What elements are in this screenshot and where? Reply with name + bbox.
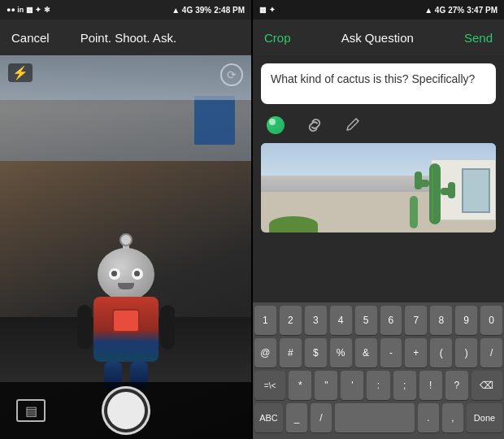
key-period[interactable]: . [418,403,439,432]
link-button[interactable] [303,114,326,137]
shutter-button[interactable] [102,386,150,435]
key-question[interactable]: ? [445,371,468,400]
key-ampersand[interactable]: & [355,338,377,367]
key-7[interactable]: 7 [405,306,427,335]
left-panel: ●● in ▦ ✦ ✻ ▲ 4G 39% 2:48 PM Cancel Poin… [0,0,251,439]
camera-bottom-bar [0,382,251,439]
svg-rect-0 [429,163,441,224]
key-2[interactable]: 2 [280,306,302,335]
camera-flip-button[interactable] [220,63,243,86]
circle-icon [267,116,285,134]
key-percent[interactable]: % [330,338,352,367]
keyboard-row-numbers: 1 2 3 4 5 6 7 8 9 0 [254,306,502,335]
grass [269,216,318,233]
svg-rect-4 [448,182,455,198]
flash-badge[interactable]: ⚡ [8,63,33,82]
keyboard-row-symbols1: @ # $ % & - + ( ) / [254,338,502,367]
right-nav-bar: Crop Ask Question Send [253,20,504,55]
right-status-left: ▦ ✦ [259,6,276,14]
key-quote-double[interactable]: " [315,371,337,400]
left-status-left: ●● in ▦ ✦ ✻ [7,6,50,14]
svg-rect-2 [415,172,422,189]
robot-eye-left [109,268,120,280]
key-at[interactable]: @ [254,338,276,367]
keyboard-row-bottom: ABC _ / . , Done [254,403,502,432]
crop-button[interactable]: Crop [264,31,291,45]
key-quote-single[interactable]: ' [341,371,363,400]
cactus-svg [406,151,471,233]
right-status-right: ▲ 4G 27% 3:47 PM [424,6,497,15]
key-comma[interactable]: , [442,403,463,432]
bg-wall [0,55,251,100]
keyboard-row-symbols2: =\< * " ' : ; ! ? ⌫ [254,371,502,400]
key-8[interactable]: 8 [430,306,452,335]
right-signal: ▲ 4G [424,6,445,15]
right-panel: ▦ ✦ ▲ 4G 27% 3:47 PM Crop Ask Question S… [253,0,504,439]
robot-mouth [118,283,134,289]
key-minus[interactable]: - [380,338,402,367]
content-area: What kind of cactus is this? Specificall… [253,55,504,302]
key-done[interactable]: Done [467,403,502,432]
robot-body [93,297,159,362]
battery-percent-right: 27% [448,6,464,15]
question-text: What kind of cactus is this? Specificall… [271,72,486,88]
right-carrier: ▦ ✦ [259,6,276,14]
carrier-icons: ●● in ▦ ✦ ✻ [7,6,50,14]
robot-arm-right [160,305,175,350]
battery-percent-left: 39% [195,6,211,15]
keyboard[interactable]: 1 2 3 4 5 6 7 8 9 0 @ # $ % & - + ( ) / … [253,302,504,439]
link-icon [306,116,324,134]
key-asterisk[interactable]: * [289,371,311,400]
key-6[interactable]: 6 [380,306,402,335]
camera-view: ⚡ [0,55,251,439]
key-0[interactable]: 0 [480,306,502,335]
robot-body-container [93,297,159,362]
key-exclaim[interactable]: ! [419,371,442,400]
key-dollar[interactable]: $ [305,338,327,367]
edit-button[interactable] [342,114,365,137]
cancel-button[interactable]: Cancel [11,31,50,45]
time-left: 2:48 PM [214,6,245,15]
key-semicolon[interactable]: ; [393,371,416,400]
key-underscore[interactable]: _ [286,403,307,432]
shutter-inner [107,392,145,429]
cactus-image [261,143,496,233]
key-slash[interactable]: / [480,338,502,367]
key-paren-close[interactable]: ) [455,338,477,367]
time-right: 3:47 PM [467,6,497,15]
left-status-bar: ●● in ▦ ✦ ✻ ▲ 4G 39% 2:48 PM [0,0,251,20]
key-space[interactable] [335,403,415,432]
key-1[interactable]: 1 [254,306,276,335]
key-plus[interactable]: + [405,338,427,367]
action-icons-row [261,111,496,137]
key-forward-slash[interactable]: / [311,403,332,432]
gallery-button[interactable] [16,399,46,422]
robot-figure [93,248,159,390]
key-3[interactable]: 3 [305,306,327,335]
key-paren-open[interactable]: ( [430,338,452,367]
signal-icons: ▲ 4G [172,6,193,15]
pen-icon [345,116,363,134]
key-9[interactable]: 9 [455,306,477,335]
send-button[interactable]: Send [464,31,493,45]
left-title: Point. Shoot. Ask. [80,31,176,45]
robot-arm-left [77,305,92,350]
key-hash[interactable]: # [280,338,302,367]
emoji-button[interactable] [264,114,287,137]
key-4[interactable]: 4 [330,306,352,335]
ask-question-title: Ask Question [341,31,414,45]
left-status-right: ▲ 4G 39% 2:48 PM [172,6,245,15]
key-equals-backslash[interactable]: =\< [254,371,285,400]
svg-rect-5 [410,196,418,228]
key-5[interactable]: 5 [355,306,377,335]
robot-head [98,248,154,301]
robot-eye-right [132,268,143,280]
question-box: What kind of cactus is this? Specificall… [261,63,496,104]
bg-box [194,96,235,145]
right-status-bar: ▦ ✦ ▲ 4G 27% 3:47 PM [253,0,504,20]
key-abc[interactable]: ABC [254,403,283,432]
key-colon[interactable]: : [367,371,389,400]
left-nav-bar: Cancel Point. Shoot. Ask. [0,20,251,55]
robot-antenna [123,238,129,250]
key-delete[interactable]: ⌫ [471,371,502,400]
